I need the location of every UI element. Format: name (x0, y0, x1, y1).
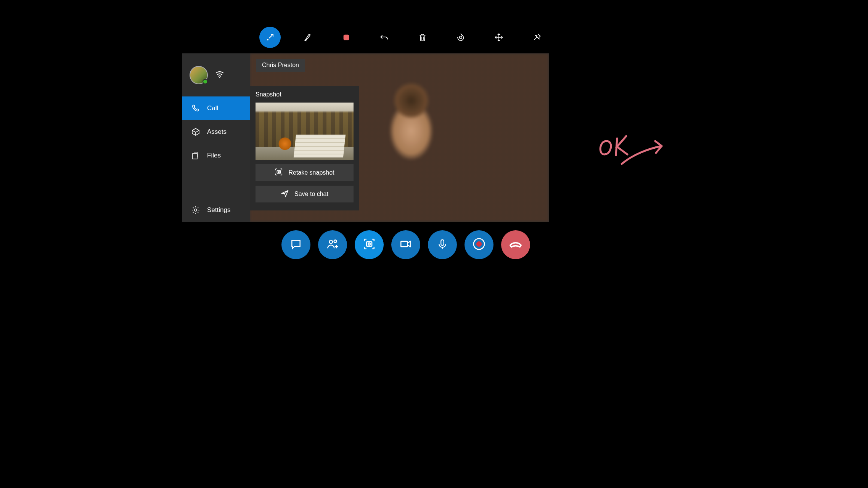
save-label: Save to chat (294, 191, 328, 197)
snapshot-panel: Snapshot Retake snapshot Save to chat (250, 86, 359, 210)
annotation-toolbar (259, 27, 548, 48)
caller-name-badge: Chris Preston (256, 59, 305, 72)
people-add-icon (326, 238, 339, 252)
sidebar-nav: Call Assets Files (182, 96, 250, 167)
svg-point-8 (330, 240, 333, 244)
pen-icon (303, 32, 313, 42)
svg-point-7 (278, 171, 280, 173)
send-icon (281, 189, 289, 199)
undo-button[interactable] (374, 27, 395, 48)
collapse-button[interactable] (259, 27, 281, 48)
move-arrows-icon (494, 32, 504, 42)
sidebar: Call Assets Files (182, 53, 250, 222)
svg-rect-13 (441, 240, 444, 246)
user-avatar[interactable] (190, 66, 208, 84)
phone-icon (190, 104, 201, 113)
stop-icon (342, 33, 350, 42)
record-icon (473, 238, 485, 252)
box-icon (190, 127, 201, 136)
sidebar-item-settings[interactable]: Settings (182, 198, 250, 222)
gear-icon (190, 205, 201, 215)
pin-button[interactable] (526, 27, 548, 48)
remote-assist-window: Call Assets Files (182, 53, 549, 222)
hangup-button[interactable] (501, 230, 530, 259)
undo-icon (379, 32, 389, 42)
svg-rect-12 (401, 241, 407, 247)
collapse-icon (265, 33, 275, 42)
sidebar-item-label: Files (207, 152, 221, 159)
hand-annotation (595, 128, 675, 171)
files-icon (190, 151, 201, 160)
hangup-icon (508, 237, 523, 253)
sidebar-item-call[interactable]: Call (182, 96, 250, 120)
sidebar-header (182, 53, 250, 96)
svg-point-0 (267, 39, 268, 40)
pin-icon (532, 32, 542, 42)
record-button[interactable] (465, 230, 493, 259)
pen-button[interactable] (297, 27, 319, 48)
video-button[interactable] (391, 230, 420, 259)
target-icon (456, 32, 466, 42)
presence-badge (203, 79, 208, 84)
svg-point-3 (219, 77, 220, 78)
camera-frame-icon (275, 168, 283, 178)
trash-button[interactable] (412, 27, 433, 48)
sidebar-item-label: Settings (207, 206, 230, 214)
svg-point-15 (476, 241, 482, 247)
snapshot-thumbnail[interactable] (256, 103, 354, 160)
call-toolbar (281, 230, 530, 259)
camera-icon (363, 238, 376, 252)
mic-button[interactable] (428, 230, 457, 259)
move-button[interactable] (488, 27, 510, 48)
sidebar-item-files[interactable]: Files (182, 144, 250, 167)
sidebar-item-label: Assets (207, 128, 227, 136)
chat-icon (290, 238, 302, 252)
trash-icon (418, 33, 427, 42)
chat-button[interactable] (281, 230, 310, 259)
snapshot-button[interactable] (355, 230, 384, 259)
caller-name: Chris Preston (262, 62, 299, 68)
screen: Call Assets Files (156, 0, 712, 312)
svg-point-9 (334, 240, 337, 243)
svg-point-2 (460, 36, 462, 39)
video-icon (399, 238, 412, 252)
svg-rect-4 (193, 154, 197, 159)
save-to-chat-button[interactable]: Save to chat (256, 186, 354, 202)
svg-point-5 (194, 209, 197, 211)
stop-button[interactable] (336, 27, 357, 48)
svg-point-11 (368, 243, 370, 245)
retake-snapshot-button[interactable]: Retake snapshot (256, 164, 354, 181)
retake-label: Retake snapshot (288, 169, 334, 176)
wifi-icon (215, 69, 225, 81)
mic-icon (437, 238, 448, 251)
sidebar-item-assets[interactable]: Assets (182, 120, 250, 144)
svg-rect-1 (344, 35, 349, 40)
snapshot-title: Snapshot (256, 91, 354, 98)
sidebar-item-label: Call (207, 104, 218, 112)
add-people-button[interactable] (318, 230, 347, 259)
target-button[interactable] (450, 27, 471, 48)
